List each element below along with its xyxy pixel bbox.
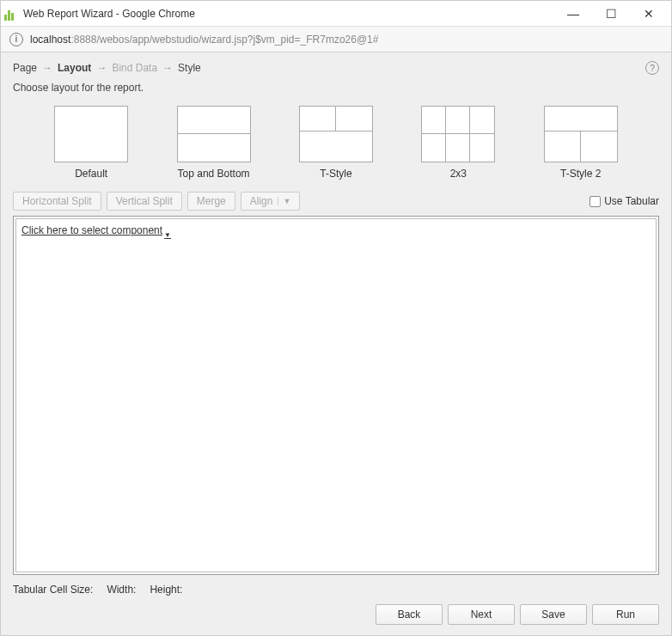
breadcrumb-step-style[interactable]: Style	[178, 62, 201, 74]
address-bar[interactable]: i localhost :8888/webos/app/webstudio/wi…	[1, 27, 671, 52]
layout-options: Default Top and Bottom T-Style	[13, 106, 659, 180]
horizontal-split-button[interactable]: Horizontal Split	[13, 192, 101, 211]
vertical-split-button[interactable]: Vertical Split	[107, 192, 182, 211]
breadcrumb-step-binddata: Bind Data	[112, 62, 157, 74]
width-label: Width:	[107, 584, 136, 596]
layout-2x3[interactable]: 2x3	[421, 106, 495, 180]
chevron-down-icon: ▼	[164, 231, 171, 239]
window-title: Web Report Wizard - Google Chrome	[23, 8, 554, 20]
layout-default[interactable]: Default	[54, 106, 128, 180]
app-icon	[4, 7, 18, 21]
breadcrumb-step-layout[interactable]: Layout	[58, 62, 91, 74]
select-component-link[interactable]: Click here to select component ▼	[21, 224, 171, 236]
breadcrumb-step-page[interactable]: Page	[13, 62, 37, 74]
wizard-content: Page → Layout → Bind Data → Style ? Choo…	[1, 52, 671, 635]
height-label: Height:	[150, 584, 182, 596]
layout-thumb	[177, 106, 251, 162]
layout-canvas[interactable]: Click here to select component ▼	[13, 216, 659, 575]
minimize-button[interactable]: —	[554, 2, 592, 26]
merge-button[interactable]: Merge	[187, 192, 235, 211]
use-tabular-checkbox[interactable]: Use Tabular	[590, 195, 659, 207]
close-button[interactable]: ✕	[630, 2, 668, 26]
layout-t-style-2[interactable]: T-Style 2	[544, 106, 618, 180]
maximize-button[interactable]: ☐	[592, 2, 630, 26]
wizard-buttons: Back Next Save Run	[13, 604, 659, 625]
next-button[interactable]: Next	[448, 604, 515, 625]
layout-top-bottom[interactable]: Top and Bottom	[177, 106, 251, 180]
window-titlebar: Web Report Wizard - Google Chrome — ☐ ✕	[1, 1, 671, 27]
breadcrumb-arrow-icon: →	[162, 62, 173, 74]
checkbox-icon	[590, 196, 601, 207]
run-button[interactable]: Run	[592, 604, 659, 625]
tabular-cell-size-label: Tabular Cell Size:	[13, 584, 93, 596]
back-button[interactable]: Back	[376, 604, 443, 625]
footer-info: Tabular Cell Size: Width: Height:	[13, 575, 659, 604]
address-path: :8888/webos/app/webstudio/wizard.jsp?j$v…	[70, 34, 378, 46]
page-subtitle: Choose layout for the report.	[13, 82, 659, 94]
layout-t-style[interactable]: T-Style	[299, 106, 373, 180]
layout-thumb	[54, 106, 128, 162]
layout-thumb	[299, 106, 373, 162]
align-button[interactable]: Align ▼	[241, 192, 301, 211]
help-icon[interactable]: ?	[645, 61, 659, 75]
breadcrumb: Page → Layout → Bind Data → Style ?	[13, 61, 659, 75]
layout-thumb	[544, 106, 618, 162]
layout-thumb	[421, 106, 495, 162]
layout-toolbar: Horizontal Split Vertical Split Merge Al…	[13, 192, 659, 211]
address-host: localhost	[30, 34, 70, 46]
info-icon[interactable]: i	[9, 33, 23, 46]
breadcrumb-arrow-icon: →	[42, 62, 52, 74]
breadcrumb-arrow-icon: →	[96, 62, 107, 74]
save-button[interactable]: Save	[520, 604, 587, 625]
chevron-down-icon: ▼	[278, 197, 290, 205]
